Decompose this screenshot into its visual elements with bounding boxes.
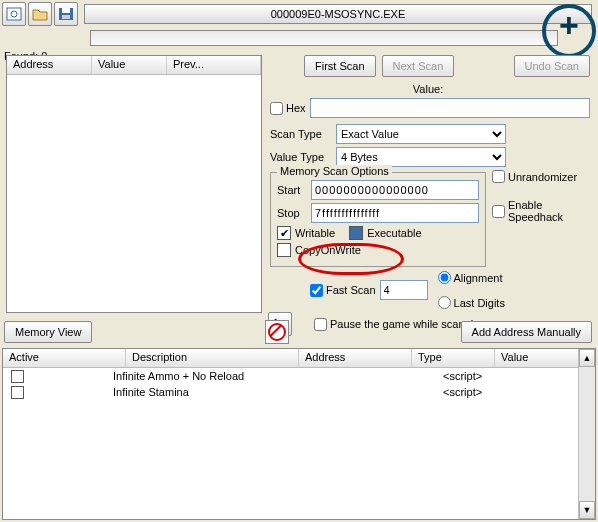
col-address[interactable]: Address	[299, 349, 412, 367]
memory-scan-options-label: Memory Scan Options	[277, 165, 392, 177]
copyonwrite-checkbox[interactable]: CopyOnWrite	[277, 243, 361, 257]
scroll-up-icon[interactable]: ▲	[579, 349, 595, 367]
value-type-select[interactable]: 4 Bytes	[336, 147, 506, 167]
svg-rect-3	[62, 8, 70, 13]
last-digits-radio[interactable]: Last Digits	[438, 296, 505, 309]
executable-checkbox[interactable]: Executable	[349, 226, 421, 240]
svg-rect-4	[62, 15, 70, 19]
undo-scan-button[interactable]: Undo Scan	[514, 55, 590, 77]
table-row[interactable]: Infinite Stamina <script>	[3, 384, 595, 400]
disable-icon[interactable]	[265, 320, 289, 344]
row-active-checkbox[interactable]	[11, 370, 24, 383]
row-value: <script>	[443, 386, 482, 398]
stop-input[interactable]	[311, 203, 479, 223]
writable-checkbox[interactable]: ✔Writable	[277, 226, 335, 240]
scrollbar[interactable]: ▲ ▼	[578, 349, 595, 519]
open-file-icon[interactable]	[28, 2, 52, 26]
next-scan-button[interactable]: Next Scan	[382, 55, 455, 77]
svg-rect-0	[7, 8, 21, 20]
col-active[interactable]: Active	[3, 349, 126, 367]
col-prev[interactable]: Prev...	[167, 56, 261, 74]
stop-label: Stop	[277, 207, 307, 219]
value-type-label: Value Type	[270, 151, 332, 163]
unrandomizer-checkbox[interactable]: Unrandomizer	[492, 170, 590, 183]
fast-scan-checkbox[interactable]: Fast Scan	[310, 284, 376, 297]
col-address[interactable]: Address	[7, 56, 92, 74]
open-process-icon[interactable]	[2, 2, 26, 26]
first-scan-button[interactable]: First Scan	[304, 55, 376, 77]
row-active-checkbox[interactable]	[11, 386, 24, 399]
progress-bar	[90, 30, 558, 46]
results-list[interactable]: Address Value Prev...	[6, 55, 262, 313]
row-desc: Infinite Ammo + No Reload	[113, 370, 273, 382]
add-address-manually-button[interactable]: Add Address Manually	[461, 321, 592, 343]
scan-type-select[interactable]: Exact Value	[336, 124, 506, 144]
process-title: 000009E0-MSOSYNC.EXE	[84, 4, 592, 24]
row-value: <script>	[443, 370, 482, 382]
start-label: Start	[277, 184, 307, 196]
col-description[interactable]: Description	[126, 349, 299, 367]
col-value[interactable]: Value	[92, 56, 167, 74]
row-desc: Infinite Stamina	[113, 386, 273, 398]
fast-scan-value[interactable]	[380, 280, 428, 300]
scroll-down-icon[interactable]: ▼	[579, 501, 595, 519]
value-input[interactable]	[310, 98, 590, 118]
col-type[interactable]: Type	[412, 349, 495, 367]
memory-view-button[interactable]: Memory View	[4, 321, 92, 343]
cheat-table[interactable]: Active Description Address Type Value In…	[2, 348, 596, 520]
value-label: Value:	[413, 83, 443, 95]
save-icon[interactable]	[54, 2, 78, 26]
hex-checkbox[interactable]: Hex	[270, 102, 306, 115]
alignment-radio[interactable]: Alignment	[438, 271, 505, 284]
table-row[interactable]: Infinite Ammo + No Reload <script>	[3, 368, 595, 384]
start-input[interactable]	[311, 180, 479, 200]
scan-type-label: Scan Type	[270, 128, 332, 140]
speedhack-checkbox[interactable]: Enable Speedhack	[492, 199, 590, 223]
